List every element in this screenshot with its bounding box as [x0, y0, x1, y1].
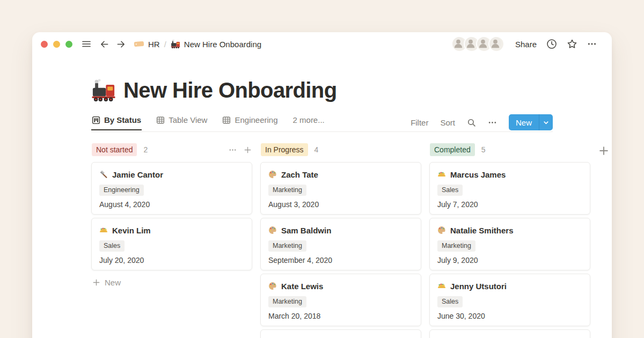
tab-label: Table View — [169, 115, 207, 124]
tab-label: 2 more... — [293, 115, 325, 124]
card-name: Jenny Utsutori — [450, 282, 507, 291]
hammer-icon — [99, 170, 108, 179]
card-sam-baldwin[interactable]: Sam Baldwin Marketing September 4, 2020 — [260, 218, 421, 270]
card-matt-m[interactable]: Matt M — [429, 329, 590, 338]
window-controls — [41, 41, 72, 48]
department-tag: Sales — [437, 185, 463, 196]
column-header: Not started 2 — [91, 143, 252, 156]
view-bar: By Status Table View Engineering 2 more.… — [91, 113, 553, 132]
minimize-window-button[interactable] — [53, 41, 60, 48]
view-actions: Filter Sort New — [411, 113, 553, 130]
topbar-actions: Share — [451, 36, 597, 52]
add-column-button[interactable] — [598, 145, 609, 156]
zoom-window-button[interactable] — [65, 41, 72, 48]
filter-button[interactable]: Filter — [411, 118, 428, 127]
search-icon[interactable] — [467, 118, 476, 127]
status-badge[interactable]: Not started — [92, 143, 137, 156]
status-badge[interactable]: In Progress — [261, 143, 308, 156]
forward-icon[interactable] — [116, 39, 126, 49]
new-button[interactable]: New — [509, 114, 553, 130]
new-button-dropdown[interactable] — [539, 114, 553, 130]
page-title: New Hire Onboarding — [123, 77, 337, 103]
breadcrumb-workspace[interactable]: HR — [134, 40, 160, 49]
department-tag: Engineering — [99, 185, 144, 196]
card-name: Natalie Smithers — [450, 226, 514, 235]
department-tag: Marketing — [437, 240, 475, 252]
tab-engineering[interactable]: Engineering — [222, 113, 278, 130]
board-icon — [92, 116, 100, 124]
back-icon[interactable] — [99, 39, 109, 49]
notion-window: HR / New Hire Onboarding Share — [32, 32, 612, 338]
department-tag: Marketing — [268, 296, 306, 307]
start-date: July 20, 2020 — [99, 256, 244, 264]
card-name: Sam Baldwin — [281, 226, 331, 235]
card-kevin-lim[interactable]: Kevin Lim Sales July 20, 2020 — [91, 218, 252, 270]
favorite-star-icon[interactable] — [567, 39, 577, 49]
taco-icon — [99, 226, 108, 234]
card-name: Kate Lewis — [281, 282, 323, 291]
department-tag: Sales — [99, 240, 125, 252]
new-button-label[interactable]: New — [509, 114, 539, 130]
card-natalie-smithers[interactable]: Natalie Smithers Marketing July 9, 2020 — [429, 218, 590, 270]
start-date: July 9, 2020 — [437, 256, 582, 264]
collaborator-avatars — [451, 36, 504, 52]
column-actions — [229, 146, 252, 154]
table-icon — [222, 116, 231, 124]
add-card-button[interactable]: New — [91, 278, 252, 287]
column-not-started: Not started 2 Jamie Cantor Engineering A… — [91, 143, 252, 287]
start-date: September 4, 2020 — [268, 256, 413, 264]
status-badge[interactable]: Completed — [430, 143, 475, 156]
column-header: In Progress 4 — [260, 143, 421, 156]
add-card-label: New — [105, 278, 121, 287]
breadcrumb-workspace-label: HR — [148, 40, 160, 49]
card-marcus-james[interactable]: Marcus James Sales July 7, 2020 — [429, 162, 590, 215]
breadcrumb-page[interactable]: New Hire Onboarding — [171, 39, 261, 49]
column-completed: Completed 5 Marcus James Sales July 7, 2… — [429, 143, 590, 338]
card-name: Zach Tate — [281, 170, 318, 179]
column-in-progress: In Progress 4 Zach Tate Marketing August… — [260, 143, 421, 338]
card-count: 5 — [481, 145, 486, 154]
view-tabs: By Status Table View Engineering 2 more.… — [91, 113, 325, 130]
tab-by-status[interactable]: By Status — [91, 113, 142, 130]
start-date: July 7, 2020 — [437, 200, 582, 209]
train-icon[interactable] — [91, 78, 116, 102]
start-date: March 20, 2018 — [268, 312, 413, 320]
card-name: Jamie Cantor — [112, 170, 163, 179]
start-date: June 30, 2020 — [437, 312, 582, 320]
desktop-background: HR / New Hire Onboarding Share — [0, 0, 644, 338]
window-topbar: HR / New Hire Onboarding Share — [32, 32, 612, 56]
card-count: 4 — [314, 145, 319, 154]
avatar[interactable] — [488, 36, 504, 52]
palette-icon — [268, 282, 277, 290]
close-window-button[interactable] — [41, 41, 48, 48]
sort-button[interactable]: Sort — [440, 118, 455, 127]
card-jenny-utsutori[interactable]: Jenny Utsutori Sales June 30, 2020 — [429, 274, 590, 326]
card-shawn-hunt[interactable]: Shawn Hunt — [260, 329, 421, 338]
department-tag: Marketing — [268, 240, 306, 252]
taco-icon — [437, 282, 446, 290]
updates-clock-icon[interactable] — [546, 39, 557, 49]
card-zach-tate[interactable]: Zach Tate Marketing August 3, 2020 — [260, 162, 421, 215]
card-jamie-cantor[interactable]: Jamie Cantor Engineering August 4, 2020 — [91, 162, 252, 215]
department-tag: Marketing — [268, 185, 306, 196]
tab-more-views[interactable]: 2 more... — [292, 113, 325, 130]
tab-table-view[interactable]: Table View — [156, 113, 208, 130]
more-options-icon[interactable] — [587, 39, 597, 49]
sidebar-toggle-icon[interactable] — [81, 39, 92, 49]
palette-icon — [437, 226, 446, 234]
chevron-down-icon — [543, 120, 549, 126]
column-add-icon[interactable] — [244, 146, 252, 154]
plus-icon — [598, 145, 609, 156]
view-options-icon[interactable] — [488, 118, 497, 127]
plus-icon — [92, 278, 100, 286]
card-kate-lewis[interactable]: Kate Lewis Marketing March 20, 2018 — [260, 274, 421, 326]
share-button[interactable]: Share — [515, 40, 537, 49]
taco-icon — [437, 170, 446, 179]
card-name: Marcus James — [450, 170, 506, 179]
table-icon — [156, 116, 165, 124]
tab-label: Engineering — [235, 115, 277, 124]
card-count: 2 — [143, 145, 148, 154]
department-tag: Sales — [437, 296, 463, 307]
column-options-icon[interactable] — [229, 146, 237, 154]
breadcrumb-separator: / — [164, 40, 166, 49]
